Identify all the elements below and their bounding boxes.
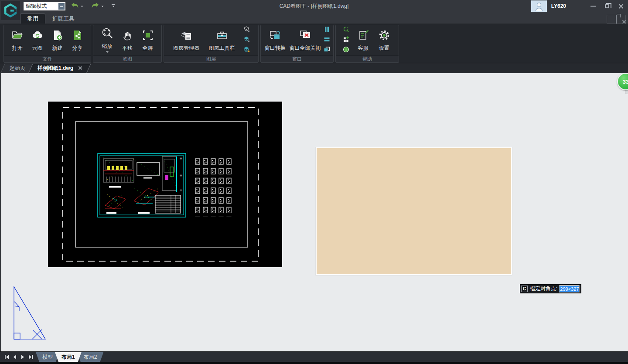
settings-button[interactable]: 设置 — [376, 29, 392, 52]
command-icon: C — [521, 286, 528, 292]
doc-tab-drawing[interactable]: 样例图纸1.dwg — [31, 63, 88, 73]
minimize-button[interactable] — [586, 0, 600, 12]
ribbon-tab-row: 常用 扩展工具 — [0, 12, 628, 24]
redo-dropdown-icon[interactable] — [101, 6, 104, 8]
user-avatar[interactable] — [531, 0, 547, 12]
restore-icon — [605, 4, 609, 8]
group-label-file: 文件 — [4, 55, 91, 62]
cloud-button[interactable]: 云图 — [30, 29, 45, 52]
share-button[interactable]: 分享 — [69, 29, 85, 52]
notification-badge[interactable]: 33 — [617, 73, 628, 90]
undo-button[interactable] — [71, 2, 79, 10]
customer-service-button[interactable]: 客服 — [355, 29, 371, 52]
tile-vertical-icon[interactable] — [323, 26, 331, 34]
fullscreen-button[interactable]: 全屏 — [140, 29, 156, 52]
ribbon-group-help: 客服 设置 帮助 — [335, 25, 399, 63]
minimize-icon — [590, 6, 596, 7]
help-mini-buttons — [342, 26, 350, 54]
mode-select-dropdown-icon[interactable] — [58, 3, 65, 10]
tile-horizontal-icon[interactable] — [323, 36, 331, 44]
cad-viewport[interactable] — [48, 102, 282, 267]
dynamic-input-tooltip: C 指定对角点: 299<327° — [520, 284, 581, 293]
dynamic-input-field[interactable]: 299<327° — [559, 285, 580, 293]
check-update-icon[interactable] — [342, 26, 350, 34]
fullscreen-icon — [141, 29, 154, 43]
cloud-icon — [31, 29, 44, 43]
mode-select[interactable]: 编辑模式 — [24, 2, 65, 10]
last-layout-icon[interactable] — [27, 354, 34, 361]
layout-nav — [3, 352, 34, 362]
restore-button[interactable] — [600, 0, 614, 12]
layer-manager-icon — [180, 29, 193, 43]
gear-icon — [378, 29, 391, 43]
quick-access-toolbar — [71, 2, 115, 10]
doc-tab-close-icon[interactable] — [78, 66, 82, 70]
layer-toolbar-button[interactable]: 图层工具栏 — [208, 29, 236, 52]
window-close-all-button[interactable]: 窗口全部关闭 — [288, 29, 322, 52]
first-layout-icon[interactable] — [3, 354, 10, 361]
zoom-button[interactable]: 缩放 — [99, 27, 115, 54]
tab-layout1[interactable]: 布局1 — [55, 352, 82, 362]
layer-state-1-icon[interactable] — [243, 26, 250, 34]
share-icon — [71, 29, 84, 43]
window-mini-buttons — [323, 26, 331, 54]
modules-icon[interactable] — [342, 36, 350, 44]
next-layout-icon[interactable] — [19, 354, 26, 361]
drawing-canvas[interactable]: C 指定对角点: 299<327° 33 — [0, 73, 628, 351]
tab-common[interactable]: 常用 — [20, 14, 45, 24]
triangle-entity[interactable] — [11, 285, 49, 344]
username-label[interactable]: LY620 — [551, 3, 566, 9]
pan-button[interactable]: 平移 — [119, 29, 135, 52]
close-icon — [618, 3, 624, 9]
window-switch-icon — [269, 29, 282, 43]
zoom-dropdown-icon[interactable] — [106, 51, 109, 54]
tab-extended-tools[interactable]: 扩展工具 — [45, 14, 81, 24]
cascade-windows-icon[interactable] — [323, 46, 331, 54]
close-button[interactable] — [614, 0, 628, 12]
ribbon-group-layer: 图层管理器 图层工具栏 — [164, 25, 259, 63]
ribbon: 打开 云图 新建 — [0, 24, 628, 63]
title-bar: 编辑模式 CAD看图王 - [样例图纸1.dwg] LY620 — [0, 0, 628, 12]
customer-service-icon — [357, 29, 370, 43]
new-button[interactable]: 新建 — [49, 29, 65, 52]
open-button[interactable]: 打开 — [10, 29, 25, 52]
doc-restore-button[interactable] — [616, 16, 617, 24]
layer-toolbox-icon — [215, 29, 229, 43]
dynamic-input-value: 299<327° — [560, 286, 580, 292]
group-label-help: 帮助 — [336, 55, 399, 62]
undo-dropdown-icon[interactable] — [81, 6, 83, 8]
ribbon-group-window: 窗口转换 窗口全部关闭 窗 — [260, 25, 334, 63]
group-label-window: 窗口 — [261, 55, 333, 62]
layer-state-2-icon[interactable] — [243, 36, 250, 44]
layer-state-3-icon[interactable] — [243, 46, 250, 54]
new-file-icon — [51, 29, 64, 43]
info-icon[interactable] — [342, 46, 350, 54]
doc-tab-start-page[interactable]: 起始页 — [3, 63, 31, 73]
prev-layout-icon[interactable] — [11, 354, 18, 361]
bottom-strip — [0, 362, 628, 364]
document-tab-bar: 起始页 样例图纸1.dwg — [0, 63, 628, 73]
zoom-magnifier-icon — [101, 27, 114, 41]
ribbon-group-view: 缩放 平移 全屏 览图 — [93, 25, 162, 63]
layer-manager-button[interactable]: 图层管理器 — [172, 29, 201, 52]
mode-select-value: 编辑模式 — [24, 3, 58, 10]
tab-layout2[interactable]: 布局2 — [77, 352, 104, 362]
group-label-layer: 图层 — [164, 55, 258, 62]
layout-tab-bar: 模型 布局1 布局2 — [0, 351, 628, 362]
group-label-view: 览图 — [93, 55, 161, 62]
ribbon-group-file: 打开 云图 新建 — [3, 25, 91, 63]
customize-toolbar-dropdown-icon[interactable] — [112, 4, 115, 8]
command-prompt-label: 指定对角点: — [530, 285, 557, 293]
app-logo-icon[interactable] — [1, 1, 20, 20]
mdi-window-controls — [607, 15, 626, 24]
window-switch-button[interactable]: 窗口转换 — [263, 29, 287, 52]
redo-button[interactable] — [91, 2, 99, 10]
layer-mini-buttons — [243, 26, 250, 54]
open-folder-icon — [11, 29, 24, 43]
pan-hand-icon — [121, 29, 134, 43]
selection-rectangle[interactable] — [316, 147, 512, 275]
window-close-all-icon — [299, 29, 312, 43]
